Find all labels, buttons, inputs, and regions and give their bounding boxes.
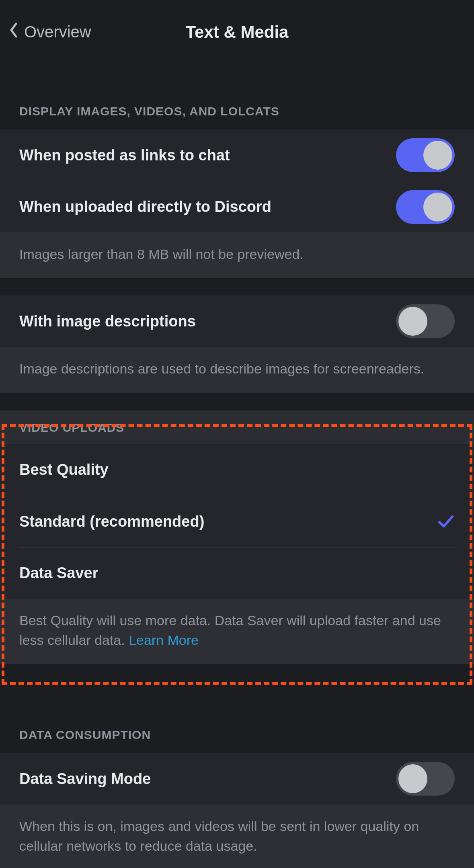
footer-data-consumption: When this is on, images and videos will … bbox=[0, 804, 474, 868]
scroll-content[interactable]: DISPLAY IMAGES, VIDEOS, AND LOLCATS When… bbox=[0, 64, 474, 868]
data-consumption-group: Data Saving Mode bbox=[0, 753, 474, 804]
chevron-left-icon bbox=[8, 22, 19, 42]
option-best-quality[interactable]: Best Quality bbox=[0, 444, 474, 496]
check-icon bbox=[437, 461, 455, 479]
footer-image-descriptions: Image descriptions are used to describe … bbox=[0, 347, 474, 392]
image-descriptions-group: With image descriptions bbox=[0, 295, 474, 347]
section-header-data-consumption: DATA CONSUMPTION bbox=[0, 728, 474, 753]
header-bar: Overview Text & Media bbox=[0, 0, 474, 64]
settings-screen: Overview Text & Media DISPLAY IMAGES, VI… bbox=[0, 0, 474, 868]
video-uploads-group: Best Quality Standard (recommended) Data… bbox=[0, 444, 474, 599]
row-data-saving-mode[interactable]: Data Saving Mode bbox=[0, 753, 474, 804]
page-title: Text & Media bbox=[186, 23, 289, 42]
option-standard[interactable]: Standard (recommended) bbox=[0, 496, 474, 547]
footer-text: Best Quality will use more data. Data Sa… bbox=[19, 613, 441, 648]
toggle-knob bbox=[423, 193, 452, 222]
row-label: When posted as links to chat bbox=[19, 147, 230, 164]
toggle-knob bbox=[423, 141, 452, 170]
toggle-uploaded-directly[interactable] bbox=[396, 190, 455, 224]
toggle-knob bbox=[398, 307, 427, 336]
check-icon bbox=[437, 564, 455, 582]
row-label: Data Saving Mode bbox=[19, 770, 151, 788]
row-label: When uploaded directly to Discord bbox=[19, 198, 271, 215]
back-button[interactable]: Overview bbox=[8, 0, 91, 64]
back-label: Overview bbox=[24, 23, 91, 41]
row-uploaded-directly[interactable]: When uploaded directly to Discord bbox=[0, 181, 474, 232]
toggle-data-saving-mode[interactable] bbox=[396, 762, 455, 796]
footer-video-uploads: Best Quality will use more data. Data Sa… bbox=[0, 599, 474, 664]
row-image-descriptions[interactable]: With image descriptions bbox=[0, 295, 474, 347]
option-label: Data Saver bbox=[19, 564, 98, 582]
footer-display-media: Images larger than 8 MB will not be prev… bbox=[0, 232, 474, 278]
toggle-knob bbox=[398, 764, 427, 793]
toggle-image-descriptions[interactable] bbox=[396, 304, 455, 338]
row-links-to-chat[interactable]: When posted as links to chat bbox=[0, 129, 474, 181]
option-label: Standard (recommended) bbox=[19, 513, 204, 530]
display-media-group: When posted as links to chat When upload… bbox=[0, 129, 474, 232]
section-header-display-media: DISPLAY IMAGES, VIDEOS, AND LOLCATS bbox=[0, 105, 474, 129]
row-label: With image descriptions bbox=[19, 313, 196, 330]
option-data-saver[interactable]: Data Saver bbox=[0, 547, 474, 599]
option-label: Best Quality bbox=[19, 461, 109, 478]
section-header-video-uploads: VIDEO UPLOADS bbox=[0, 410, 474, 444]
check-icon bbox=[437, 513, 455, 530]
toggle-links-to-chat[interactable] bbox=[396, 138, 455, 172]
learn-more-link[interactable]: Learn More bbox=[129, 632, 199, 648]
